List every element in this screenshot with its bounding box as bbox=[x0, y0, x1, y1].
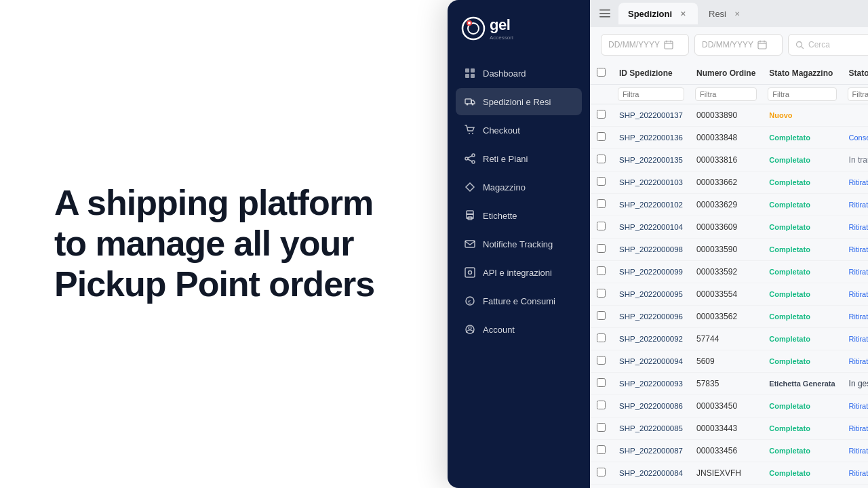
row-checkbox[interactable] bbox=[597, 199, 606, 208]
table-row[interactable]: SHP_2022000084 JNSIEXVFH Completato Riti… bbox=[590, 462, 868, 485]
col-numero-ordine: Numero Ordine bbox=[690, 62, 762, 85]
filter-ordine-cell bbox=[690, 85, 762, 104]
row-numero-ordine: 000033443 bbox=[690, 418, 762, 440]
sidebar-item-spedizioni-resi[interactable]: Spedizioni e Resi bbox=[456, 88, 582, 115]
table-row[interactable]: SHP_2022000096 000033562 Completato Riti… bbox=[590, 306, 868, 328]
date-to-placeholder: DD/MM/YYYY bbox=[702, 40, 753, 49]
svg-rect-28 bbox=[665, 41, 673, 49]
sidebar-item-account[interactable]: Account bbox=[456, 316, 582, 343]
row-checkbox[interactable] bbox=[597, 155, 606, 163]
table-row[interactable]: SHP_2022000136 000033848 Completato Cons… bbox=[590, 127, 868, 149]
app-panel: gel Accessori Dashboard Spedizioni e Res… bbox=[448, 0, 868, 488]
table-row[interactable]: SHP_2022000098 000033590 Completato Riti… bbox=[590, 239, 868, 261]
table-row[interactable]: SHP_2022000092 57744 Completato Ritirato… bbox=[590, 328, 868, 350]
table-row[interactable]: SHP_2022000103 000033662 Completato Riti… bbox=[590, 171, 868, 194]
table-row[interactable]: SHP_2022000102 000033629 Completato Riti… bbox=[590, 194, 868, 216]
filter-checkbox-cell bbox=[590, 85, 612, 104]
table-row[interactable]: SHP_2022000087 000033456 Completato Riti… bbox=[590, 440, 868, 462]
row-checkbox-cell bbox=[590, 373, 612, 395]
svg-point-14 bbox=[465, 157, 468, 160]
svg-rect-29 bbox=[758, 41, 766, 49]
sidebar-item-checkout[interactable]: Checkout bbox=[456, 117, 582, 144]
gel-logo-icon bbox=[461, 16, 486, 41]
row-stato-spedizione: Ritirato dal cliente bbox=[842, 440, 868, 462]
filter-stato-mag-cell bbox=[762, 85, 842, 104]
table-row[interactable]: SHP_2022000086 000033450 Completato Riti… bbox=[590, 395, 868, 418]
row-id-spedizione: SHP_2022000084 bbox=[612, 462, 690, 485]
row-checkbox[interactable] bbox=[597, 244, 606, 253]
sidebar-item-fatture-consumi[interactable]: € Fatture e Consumi bbox=[456, 287, 582, 314]
sidebar-item-api-integrazioni[interactable]: API e integrazioni bbox=[456, 259, 582, 286]
row-numero-ordine: 000033590 bbox=[690, 239, 762, 261]
row-checkbox[interactable] bbox=[597, 266, 606, 275]
table-row[interactable]: SHP_2022000137 000033890 Nuovo bbox=[590, 104, 868, 127]
table-row[interactable]: SHP_2022000094 5609 Completato Ritirato … bbox=[590, 350, 868, 373]
row-checkbox-cell bbox=[590, 104, 612, 127]
sidebar-item-label: API e integrazioni bbox=[483, 268, 552, 278]
table-row[interactable]: SHP_2022000093 57835 Etichetta Generata … bbox=[590, 373, 868, 395]
row-checkbox-cell bbox=[590, 440, 612, 462]
row-checkbox[interactable] bbox=[597, 356, 606, 365]
table-row[interactable]: SHP_2022000104 000033609 Completato Riti… bbox=[590, 216, 868, 239]
table-row[interactable]: SHP_2022000095 000033554 Completato Riti… bbox=[590, 283, 868, 306]
tab-spedizioni[interactable]: Spedizioni ✕ bbox=[618, 3, 698, 24]
row-numero-ordine: 000033609 bbox=[690, 216, 762, 239]
row-stato-magazzino: Completato bbox=[762, 306, 842, 328]
row-checkbox[interactable] bbox=[597, 110, 606, 119]
row-id-spedizione: SHP_2022000093 bbox=[612, 373, 690, 395]
row-checkbox[interactable] bbox=[597, 333, 606, 342]
filter-ordine-input[interactable] bbox=[695, 87, 757, 101]
svg-point-12 bbox=[472, 133, 473, 134]
row-checkbox[interactable] bbox=[597, 132, 606, 141]
tabs-bar: Spedizioni ✕ Resi ✕ bbox=[590, 0, 868, 27]
tab-close-resi[interactable]: ✕ bbox=[732, 8, 743, 19]
svg-rect-4 bbox=[465, 68, 469, 73]
col-checkbox bbox=[590, 62, 612, 85]
row-checkbox[interactable] bbox=[597, 378, 606, 387]
filter-id-input[interactable] bbox=[618, 87, 684, 101]
tab-label: Resi bbox=[709, 9, 726, 19]
row-stato-spedizione: Ritirato dal cliente bbox=[842, 485, 868, 489]
date-to-input[interactable]: DD/MM/YYYY bbox=[694, 34, 783, 56]
row-id-spedizione: SHP_2022000135 bbox=[612, 149, 690, 171]
filter-stato-mag-input[interactable] bbox=[768, 87, 836, 101]
sidebar-item-reti-piani[interactable]: Reti e Piani bbox=[456, 145, 582, 172]
date-from-input[interactable]: DD/MM/YYYY bbox=[601, 34, 689, 56]
row-checkbox[interactable] bbox=[597, 468, 606, 476]
row-id-spedizione: SHP_2022000096 bbox=[612, 306, 690, 328]
svg-rect-19 bbox=[465, 268, 475, 277]
row-numero-ordine: 000033816 bbox=[690, 149, 762, 171]
tabs-menu-icon[interactable] bbox=[595, 4, 614, 23]
sidebar-logo: gel Accessori bbox=[448, 0, 590, 60]
filter-stato-sped-input[interactable] bbox=[848, 87, 868, 101]
table-row[interactable]: SHP_2022000085 000033443 Completato Riti… bbox=[590, 418, 868, 440]
col-stato-magazzino: Stato Magazzino bbox=[762, 62, 842, 85]
row-checkbox[interactable] bbox=[597, 401, 606, 409]
sidebar-item-etichette[interactable]: Etichette bbox=[456, 202, 582, 229]
row-checkbox[interactable] bbox=[597, 289, 606, 298]
sidebar-item-notifiche-tracking[interactable]: Notifiche Tracking bbox=[456, 230, 582, 258]
row-numero-ordine: 57744 bbox=[690, 328, 762, 350]
row-checkbox[interactable] bbox=[597, 423, 606, 432]
sidebar-item-dashboard[interactable]: Dashboard bbox=[456, 60, 582, 87]
row-checkbox[interactable] bbox=[597, 222, 606, 230]
row-checkbox[interactable] bbox=[597, 311, 606, 320]
headline-line1: A shipping platform bbox=[54, 183, 373, 222]
row-checkbox-cell bbox=[590, 171, 612, 194]
tab-resi[interactable]: Resi ✕ bbox=[699, 3, 752, 24]
row-checkbox[interactable] bbox=[597, 445, 606, 454]
table-row[interactable]: SHP_2022000135 000033816 Completato In t… bbox=[590, 149, 868, 171]
table-row[interactable]: SHP_2022000099 000033592 Completato Riti… bbox=[590, 261, 868, 283]
row-numero-ordine: 000033848 bbox=[690, 127, 762, 149]
table-row[interactable]: SHP_2022000082 57548 Completato Ritirato… bbox=[590, 485, 868, 489]
select-all-checkbox[interactable] bbox=[597, 68, 606, 77]
row-checkbox[interactable] bbox=[597, 177, 606, 186]
row-stato-magazzino: Completato bbox=[762, 462, 842, 485]
filter-id-cell bbox=[612, 85, 690, 104]
tab-close-spedizioni[interactable]: ✕ bbox=[677, 8, 688, 19]
diamond-icon bbox=[464, 181, 476, 193]
euro-icon: € bbox=[464, 295, 476, 307]
row-id-spedizione: SHP_2022000103 bbox=[612, 171, 690, 194]
sidebar-item-magazzino[interactable]: Magazzino bbox=[456, 174, 582, 201]
search-input[interactable]: Cerca bbox=[788, 34, 868, 56]
